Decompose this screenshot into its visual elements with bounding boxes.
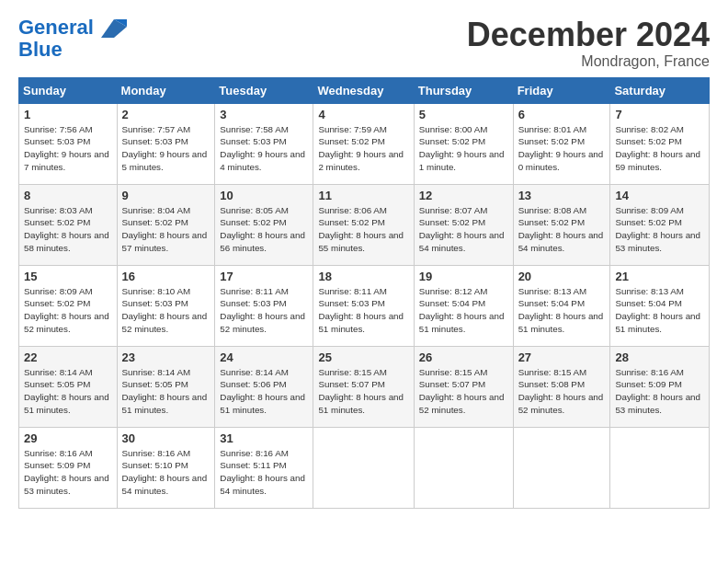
- day-number: 16: [122, 270, 210, 283]
- day-number: 31: [220, 431, 308, 445]
- day-info: Sunrise: 8:09 AMSunset: 5:02 PMDaylight:…: [615, 204, 704, 255]
- logo-general: General: [18, 16, 94, 39]
- calendar-cell: 18Sunrise: 8:11 AMSunset: 5:03 PMDayligh…: [313, 265, 414, 346]
- day-info: Sunrise: 8:15 AMSunset: 5:07 PMDaylight:…: [419, 366, 508, 417]
- calendar: SundayMondayTuesdayWednesdayThursdayFrid…: [18, 77, 710, 509]
- day-info: Sunrise: 8:10 AMSunset: 5:03 PMDaylight:…: [122, 285, 210, 336]
- day-number: 26: [419, 350, 508, 364]
- calendar-cell: 8Sunrise: 8:03 AMSunset: 5:02 PMDaylight…: [19, 184, 118, 265]
- day-info: Sunrise: 8:00 AMSunset: 5:02 PMDaylight:…: [419, 123, 508, 174]
- calendar-week-row: 1Sunrise: 7:56 AMSunset: 5:03 PMDaylight…: [19, 103, 710, 184]
- day-info: Sunrise: 7:58 AMSunset: 5:03 PMDaylight:…: [220, 123, 308, 174]
- day-info: Sunrise: 8:02 AMSunset: 5:02 PMDaylight:…: [615, 123, 704, 174]
- calendar-cell: 12Sunrise: 8:07 AMSunset: 5:02 PMDayligh…: [414, 184, 513, 265]
- day-number: 18: [318, 270, 408, 283]
- calendar-cell: [313, 427, 414, 508]
- day-number: 7: [615, 108, 704, 121]
- day-info: Sunrise: 8:14 AMSunset: 5:06 PMDaylight:…: [220, 366, 308, 417]
- calendar-cell: 30Sunrise: 8:16 AMSunset: 5:10 PMDayligh…: [117, 427, 215, 508]
- day-info: Sunrise: 8:14 AMSunset: 5:05 PMDaylight:…: [122, 366, 210, 417]
- calendar-cell: 7Sunrise: 8:02 AMSunset: 5:02 PMDaylight…: [610, 103, 710, 184]
- calendar-week-row: 29Sunrise: 8:16 AMSunset: 5:09 PMDayligh…: [19, 427, 710, 508]
- day-number: 12: [419, 189, 508, 202]
- day-info: Sunrise: 8:11 AMSunset: 5:03 PMDaylight:…: [220, 285, 308, 336]
- calendar-cell: [414, 427, 513, 508]
- calendar-cell: 17Sunrise: 8:11 AMSunset: 5:03 PMDayligh…: [215, 265, 313, 346]
- location: Mondragon, France: [467, 53, 710, 70]
- calendar-cell: 23Sunrise: 8:14 AMSunset: 5:05 PMDayligh…: [117, 346, 215, 427]
- day-number: 13: [518, 189, 606, 202]
- weekday-header: Monday: [117, 77, 215, 103]
- page: General Blue December 2024 Mondragon, Fr…: [0, 0, 728, 518]
- calendar-cell: 4Sunrise: 7:59 AMSunset: 5:02 PMDaylight…: [313, 103, 414, 184]
- title-area: December 2024 Mondragon, France: [467, 17, 710, 70]
- day-info: Sunrise: 8:16 AMSunset: 5:11 PMDaylight:…: [220, 447, 308, 498]
- logo-blue: Blue: [18, 39, 127, 61]
- calendar-cell: 26Sunrise: 8:15 AMSunset: 5:07 PMDayligh…: [414, 346, 513, 427]
- logo: General Blue: [18, 17, 127, 61]
- calendar-cell: 11Sunrise: 8:06 AMSunset: 5:02 PMDayligh…: [313, 184, 414, 265]
- day-info: Sunrise: 8:09 AMSunset: 5:02 PMDaylight:…: [24, 285, 112, 336]
- day-info: Sunrise: 8:13 AMSunset: 5:04 PMDaylight:…: [518, 285, 606, 336]
- calendar-week-row: 22Sunrise: 8:14 AMSunset: 5:05 PMDayligh…: [19, 346, 710, 427]
- weekday-header: Saturday: [610, 77, 710, 103]
- day-number: 4: [318, 108, 408, 121]
- day-number: 11: [318, 189, 408, 202]
- calendar-cell: 25Sunrise: 8:15 AMSunset: 5:07 PMDayligh…: [313, 346, 414, 427]
- day-info: Sunrise: 8:05 AMSunset: 5:02 PMDaylight:…: [220, 204, 308, 255]
- day-info: Sunrise: 8:08 AMSunset: 5:02 PMDaylight:…: [518, 204, 606, 255]
- day-info: Sunrise: 8:16 AMSunset: 5:10 PMDaylight:…: [122, 447, 210, 498]
- day-info: Sunrise: 8:03 AMSunset: 5:02 PMDaylight:…: [24, 204, 112, 255]
- day-info: Sunrise: 8:15 AMSunset: 5:07 PMDaylight:…: [318, 366, 408, 417]
- day-info: Sunrise: 8:11 AMSunset: 5:03 PMDaylight:…: [318, 285, 408, 336]
- calendar-cell: 22Sunrise: 8:14 AMSunset: 5:05 PMDayligh…: [19, 346, 118, 427]
- calendar-cell: 16Sunrise: 8:10 AMSunset: 5:03 PMDayligh…: [117, 265, 215, 346]
- header: General Blue December 2024 Mondragon, Fr…: [18, 17, 710, 70]
- day-number: 20: [518, 270, 606, 283]
- calendar-header-row: SundayMondayTuesdayWednesdayThursdayFrid…: [19, 77, 710, 103]
- weekday-header: Thursday: [414, 77, 513, 103]
- calendar-cell: 21Sunrise: 8:13 AMSunset: 5:04 PMDayligh…: [610, 265, 710, 346]
- day-info: Sunrise: 8:01 AMSunset: 5:02 PMDaylight:…: [518, 123, 606, 174]
- logo-icon: [101, 19, 127, 38]
- weekday-header: Wednesday: [313, 77, 414, 103]
- day-number: 6: [518, 108, 606, 121]
- day-number: 1: [24, 108, 112, 121]
- day-info: Sunrise: 8:15 AMSunset: 5:08 PMDaylight:…: [518, 366, 606, 417]
- day-info: Sunrise: 8:04 AMSunset: 5:02 PMDaylight:…: [122, 204, 210, 255]
- day-number: 21: [615, 270, 704, 283]
- calendar-cell: 28Sunrise: 8:16 AMSunset: 5:09 PMDayligh…: [610, 346, 710, 427]
- day-number: 5: [419, 108, 508, 121]
- calendar-cell: 5Sunrise: 8:00 AMSunset: 5:02 PMDaylight…: [414, 103, 513, 184]
- weekday-header: Sunday: [19, 77, 118, 103]
- day-info: Sunrise: 8:07 AMSunset: 5:02 PMDaylight:…: [419, 204, 508, 255]
- day-info: Sunrise: 8:14 AMSunset: 5:05 PMDaylight:…: [24, 366, 112, 417]
- calendar-cell: 3Sunrise: 7:58 AMSunset: 5:03 PMDaylight…: [215, 103, 313, 184]
- calendar-cell: 14Sunrise: 8:09 AMSunset: 5:02 PMDayligh…: [610, 184, 710, 265]
- month-title: December 2024: [467, 17, 710, 53]
- calendar-cell: 29Sunrise: 8:16 AMSunset: 5:09 PMDayligh…: [19, 427, 118, 508]
- calendar-week-row: 8Sunrise: 8:03 AMSunset: 5:02 PMDaylight…: [19, 184, 710, 265]
- day-number: 22: [24, 350, 112, 364]
- calendar-week-row: 15Sunrise: 8:09 AMSunset: 5:02 PMDayligh…: [19, 265, 710, 346]
- day-number: 17: [220, 270, 308, 283]
- day-number: 25: [318, 350, 408, 364]
- day-info: Sunrise: 8:16 AMSunset: 5:09 PMDaylight:…: [615, 366, 704, 417]
- day-info: Sunrise: 8:12 AMSunset: 5:04 PMDaylight:…: [419, 285, 508, 336]
- day-number: 14: [615, 189, 704, 202]
- calendar-cell: [513, 427, 610, 508]
- day-number: 3: [220, 108, 308, 121]
- day-number: 27: [518, 350, 606, 364]
- day-number: 9: [122, 189, 210, 202]
- calendar-cell: 19Sunrise: 8:12 AMSunset: 5:04 PMDayligh…: [414, 265, 513, 346]
- day-number: 8: [24, 189, 112, 202]
- day-info: Sunrise: 8:06 AMSunset: 5:02 PMDaylight:…: [318, 204, 408, 255]
- weekday-header: Friday: [513, 77, 610, 103]
- calendar-cell: 27Sunrise: 8:15 AMSunset: 5:08 PMDayligh…: [513, 346, 610, 427]
- calendar-cell: 31Sunrise: 8:16 AMSunset: 5:11 PMDayligh…: [215, 427, 313, 508]
- day-number: 29: [24, 431, 112, 445]
- day-number: 10: [220, 189, 308, 202]
- day-number: 15: [24, 270, 112, 283]
- day-number: 2: [122, 108, 210, 121]
- day-info: Sunrise: 8:13 AMSunset: 5:04 PMDaylight:…: [615, 285, 704, 336]
